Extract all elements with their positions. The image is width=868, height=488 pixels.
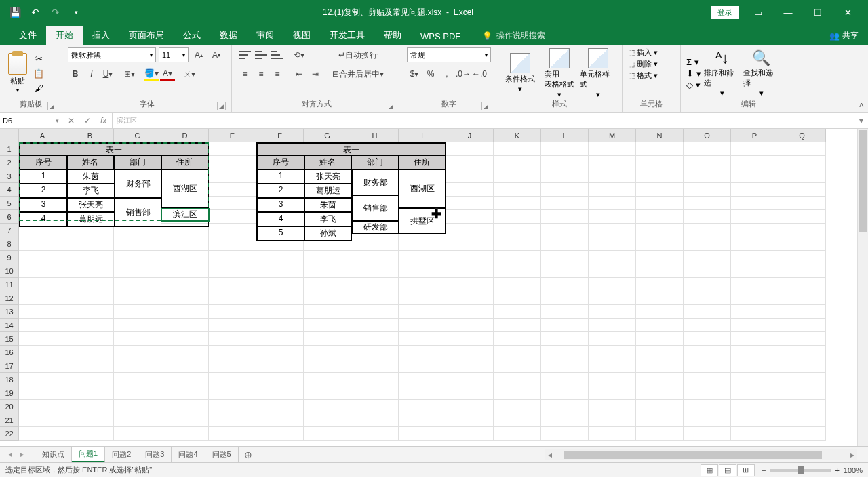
row-header[interactable]: 17 <box>0 359 19 373</box>
row-header[interactable]: 4 <box>0 183 19 197</box>
normal-view-icon[interactable]: ▦ <box>701 464 718 476</box>
decrease-decimal-icon[interactable]: ←.0 <box>472 66 487 81</box>
row-header[interactable]: 6 <box>0 210 19 224</box>
name-box[interactable]: D6▾ <box>0 113 62 128</box>
tab-home[interactable]: 开始 <box>46 26 83 45</box>
tab-insert[interactable]: 插入 <box>83 26 119 45</box>
align-launcher-icon[interactable]: ◢ <box>387 102 395 110</box>
worksheet-grid[interactable]: ABCDEFGHIJKLMNOPQ 1234567891011121314151… <box>0 129 868 446</box>
table-cell[interactable]: 孙斌 <box>304 226 352 241</box>
sheet-tab-q2[interactable]: 问题2 <box>105 447 138 462</box>
sheet-tab-q5[interactable]: 问题5 <box>205 447 239 462</box>
cut-icon[interactable]: ✂ <box>33 52 45 64</box>
fill-button[interactable]: ⬇ ▾ <box>686 68 701 79</box>
collapse-ribbon-icon[interactable]: ʌ <box>859 100 864 109</box>
tab-data[interactable]: 数据 <box>210 26 247 45</box>
zoom-out-icon[interactable]: − <box>762 466 766 474</box>
table-cell[interactable]: 拱墅区 <box>399 208 446 234</box>
formula-input[interactable]: 滨江区 <box>113 113 854 128</box>
table-cell[interactable]: 西湖区 <box>161 169 208 208</box>
col-header[interactable]: I <box>399 129 446 142</box>
increase-decimal-icon[interactable]: .0→ <box>456 66 471 81</box>
row-header[interactable]: 1 <box>0 142 19 156</box>
format-painter-icon[interactable]: 🖌 <box>33 82 45 94</box>
tab-wps-pdf[interactable]: WPS PDF <box>411 28 470 45</box>
orientation-icon[interactable]: ⟲▾ <box>292 47 307 62</box>
enter-icon[interactable]: ✓ <box>84 116 91 125</box>
tab-page-layout[interactable]: 页面布局 <box>119 26 174 45</box>
col-header[interactable]: Q <box>778 129 826 142</box>
wrap-text-button[interactable]: ↵ 自动换行 <box>328 47 388 62</box>
col-header[interactable]: C <box>114 129 161 142</box>
login-button[interactable]: 登录 <box>711 6 739 19</box>
row-header[interactable]: 21 <box>0 413 19 427</box>
page-break-view-icon[interactable]: ⊞ <box>737 464 755 476</box>
table-cell[interactable]: 3 <box>257 198 304 212</box>
delete-cells-button[interactable]: ⬚ 删除 ▾ <box>628 59 675 69</box>
fx-icon[interactable]: fx <box>100 116 106 125</box>
table-cell[interactable]: 2 <box>20 184 67 198</box>
qat-dropdown-icon[interactable]: ▾ <box>66 3 85 22</box>
table-cell[interactable]: 财务部 <box>352 169 399 195</box>
table-cell[interactable]: 1 <box>20 169 67 184</box>
row-header[interactable]: 11 <box>0 278 19 291</box>
tab-file[interactable]: 文件 <box>9 26 46 45</box>
table-cell[interactable]: 李飞 <box>304 212 352 226</box>
currency-icon[interactable]: $▾ <box>407 66 422 81</box>
sheet-nav-prev-icon[interactable]: ◂ <box>4 450 16 459</box>
clear-button[interactable]: ◇ ▾ <box>686 80 701 90</box>
font-color-button[interactable]: A▾ <box>160 66 175 81</box>
table-cell[interactable]: 葛朋远 <box>67 212 115 226</box>
merge-center-button[interactable]: ⊟ 合并后居中 ▾ <box>328 66 388 81</box>
col-header[interactable]: H <box>351 129 399 142</box>
save-icon[interactable]: 💾 <box>5 3 24 22</box>
new-sheet-icon[interactable]: ⊕ <box>239 448 258 462</box>
decrease-indent-icon[interactable]: ⇤ <box>292 66 307 81</box>
col-header[interactable]: E <box>209 129 256 142</box>
close-icon[interactable]: ✕ <box>833 3 863 22</box>
zoom-in-icon[interactable]: + <box>835 466 839 474</box>
ribbon-options-icon[interactable]: ▭ <box>743 3 773 22</box>
font-size-select[interactable]: 11▾ <box>159 47 189 62</box>
col-header[interactable]: D <box>161 129 209 142</box>
row-header[interactable]: 20 <box>0 400 19 413</box>
share-button[interactable]: 👥 共享 <box>829 26 859 45</box>
zoom-slider[interactable] <box>770 469 831 472</box>
table-cell[interactable]: 财务部 <box>115 169 161 198</box>
col-header[interactable]: J <box>446 129 494 142</box>
row-header[interactable]: 7 <box>0 224 19 237</box>
table-cell[interactable]: 朱茵 <box>304 198 352 212</box>
vertical-scrollbar[interactable] <box>857 129 868 446</box>
tab-help[interactable]: 帮助 <box>374 26 411 45</box>
row-header[interactable]: 3 <box>0 169 19 183</box>
border-button[interactable]: ⊞▾ <box>122 66 137 81</box>
row-header[interactable]: 22 <box>0 427 19 441</box>
table-cell[interactable]: 滨江区 <box>161 208 208 221</box>
row-header[interactable]: 2 <box>0 156 19 169</box>
cell-styles-button[interactable]: 单元格样式▾ <box>580 48 616 99</box>
tab-formula[interactable]: 公式 <box>174 26 210 45</box>
sort-filter-button[interactable]: ᴬ↓排序和筛选▾ <box>704 49 741 98</box>
col-header[interactable]: G <box>304 129 351 142</box>
zoom-level[interactable]: 100% <box>844 466 863 474</box>
align-middle-icon[interactable] <box>254 47 269 62</box>
table-cell[interactable]: 葛朋运 <box>304 184 352 198</box>
table-cell[interactable]: 3 <box>20 198 67 212</box>
col-header[interactable]: N <box>636 129 684 142</box>
tab-view[interactable]: 视图 <box>283 26 320 45</box>
col-header[interactable]: M <box>589 129 636 142</box>
col-header[interactable]: K <box>494 129 541 142</box>
increase-font-icon[interactable]: A▴ <box>191 47 206 62</box>
decrease-font-icon[interactable]: A▾ <box>209 47 224 62</box>
row-header[interactable]: 16 <box>0 346 19 359</box>
font-launcher-icon[interactable]: ◢ <box>217 102 226 110</box>
table-cell[interactable]: 张天亮 <box>304 169 352 184</box>
row-header[interactable]: 5 <box>0 197 19 210</box>
italic-button[interactable]: I <box>84 66 99 81</box>
sheet-tab-q4[interactable]: 问题4 <box>172 447 205 462</box>
align-top-icon[interactable] <box>237 47 252 62</box>
copy-icon[interactable]: 📋 <box>33 67 45 79</box>
table-cell[interactable]: 李飞 <box>67 184 115 198</box>
row-header[interactable]: 12 <box>0 291 19 305</box>
row-header[interactable]: 9 <box>0 251 19 264</box>
